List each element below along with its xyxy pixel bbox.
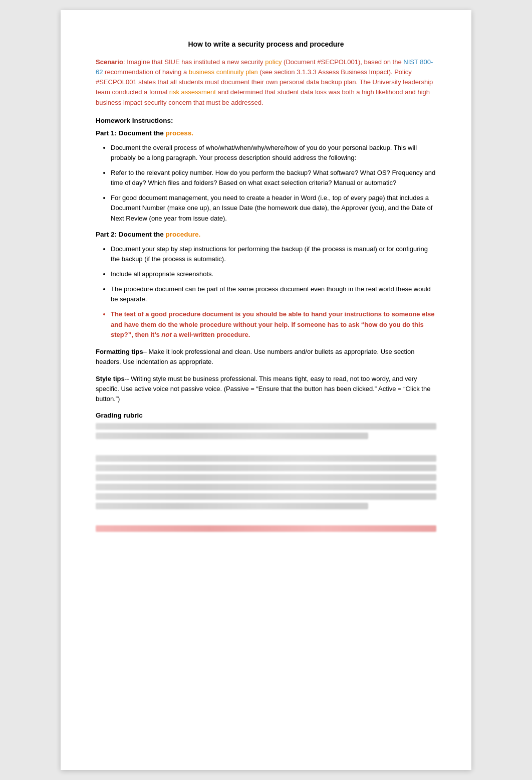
blurred-line (96, 484, 436, 490)
style-tips: Style tips-- Writing style must be busin… (96, 374, 436, 404)
grading-rubric-heading: Grading rubric (96, 412, 436, 419)
style-tips-label: Style tips (96, 375, 125, 382)
blurred-line (96, 423, 436, 430)
part1-bullets: Document the overall process of who/what… (111, 143, 436, 224)
part1-bullet-3: For good document management, you need t… (111, 193, 436, 223)
scenario-label: Scenario (96, 58, 123, 66)
part2-bullet-1: Document your step by step instructions … (111, 244, 436, 264)
part1-highlight: process. (166, 129, 194, 137)
formatting-tips: Formatting tips– Make it look profession… (96, 347, 436, 367)
blurred-line (96, 455, 436, 462)
blurred-block-2 (96, 455, 436, 509)
page: How to write a security process and proc… (61, 10, 471, 770)
scenario-text-1: : Imagine that SIUE has instituted a new… (123, 58, 265, 66)
blurred-line (96, 474, 436, 481)
part2-bullet-3: The procedure document can be part of th… (111, 284, 436, 304)
part2-heading-text: Part 2: Document the (96, 231, 164, 238)
part2-bullet-2: Include all appropriate screenshots. (111, 269, 436, 279)
blurred-line (96, 493, 436, 500)
scenario-bcp: business continuity plan (189, 68, 258, 76)
blurred-line (96, 465, 436, 471)
scenario-text-2: (Document #SECPOL001), based on the (282, 58, 403, 66)
part2-bullet-4: The test of a good procedure document is… (111, 309, 436, 339)
part2-bullets: Document your step by step instructions … (111, 244, 436, 340)
blurred-section (96, 423, 436, 532)
formatting-tips-label: Formatting tips (96, 348, 143, 355)
style-tips-text: -- Writing style must be business profes… (96, 375, 430, 403)
part1-bullet-2: Refer to the relevant policy number. How… (111, 168, 436, 188)
part2-heading: Part 2: Document the procedure. (96, 231, 436, 238)
part1-heading-text: Part 1: Document the (96, 129, 164, 137)
part1-bullet-1: Document the overall process of who/what… (111, 143, 436, 163)
homework-heading: Homework Instructions: (96, 117, 436, 124)
scenario-risk: risk assessment (169, 88, 216, 96)
part1-heading: Part 1: Document the process. (96, 129, 436, 137)
blurred-line-red (96, 525, 436, 532)
page-title: How to write a security process and proc… (96, 40, 436, 48)
formatting-tips-text: – Make it look professional and clean. U… (96, 348, 415, 365)
scenario-policy: policy (265, 58, 282, 66)
blurred-block-3 (96, 525, 436, 532)
part2-highlight: procedure. (166, 231, 201, 238)
blurred-line (96, 503, 368, 509)
scenario-block: Scenario: Imagine that SIUE has institut… (96, 57, 436, 108)
blurred-line (96, 433, 368, 439)
scenario-text-3: recommendation of having a (103, 68, 188, 76)
blurred-block-1 (96, 423, 436, 439)
